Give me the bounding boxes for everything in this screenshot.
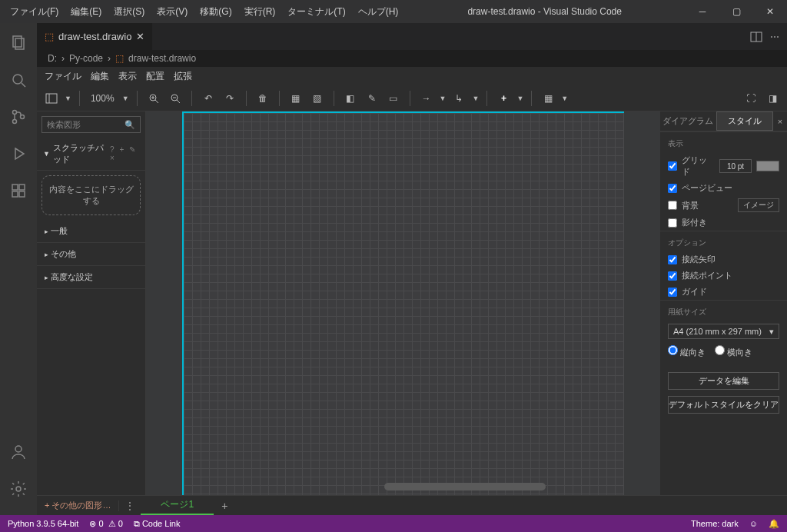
drawio-menu-view[interactable]: 表示 xyxy=(118,70,137,83)
breadcrumb-folder[interactable]: Py-code xyxy=(69,53,103,64)
drawing-canvas[interactable] xyxy=(182,111,624,495)
feedback-icon[interactable]: ☺ xyxy=(749,519,758,528)
waypoint-icon[interactable]: ↳ xyxy=(450,90,467,107)
connection-icon[interactable]: → xyxy=(418,90,435,107)
undo-icon[interactable]: ↶ xyxy=(200,90,217,107)
table-icon[interactable]: ▦ xyxy=(540,90,556,107)
insert-icon[interactable]: + xyxy=(495,90,512,107)
zoom-out-icon[interactable] xyxy=(167,90,184,107)
category-advanced[interactable]: ▸ 高度な設定 xyxy=(37,266,145,289)
tab-diagram[interactable]: ダイアグラム xyxy=(660,111,716,131)
status-problems[interactable]: ⊗ 0 ⚠ 0 xyxy=(89,519,122,529)
portrait-radio[interactable]: 縦向き xyxy=(668,345,706,358)
toggle-sidebar-icon[interactable] xyxy=(43,90,60,107)
scratchpad-dropzone[interactable]: 内容をここにドラッグする xyxy=(42,175,141,215)
scratchpad-label: スクラッチパッド xyxy=(53,142,107,165)
zoom-in-icon[interactable] xyxy=(145,90,162,107)
delete-icon[interactable]: 🗑 xyxy=(254,90,271,107)
guide-label: ガイド xyxy=(682,286,779,298)
drawio-menu-file[interactable]: ファイル xyxy=(45,70,81,83)
status-python[interactable]: Python 3.9.5 64-bit xyxy=(8,519,78,528)
drawio-menu-edit[interactable]: 編集 xyxy=(91,70,109,83)
paper-size-select[interactable]: A4 (210 mm x 297 mm)▾ xyxy=(668,324,779,339)
bell-icon[interactable]: 🔔 xyxy=(769,519,779,529)
guide-checkbox[interactable] xyxy=(668,288,677,297)
grid-color-swatch[interactable] xyxy=(756,161,779,171)
fullscreen-icon[interactable]: ⛶ xyxy=(742,90,759,107)
account-icon[interactable] xyxy=(0,437,37,467)
grid-size-input[interactable]: 10 pt xyxy=(719,159,752,173)
add-page-button[interactable]: + xyxy=(214,500,235,512)
pageview-checkbox[interactable] xyxy=(668,184,677,193)
conn-point-checkbox[interactable] xyxy=(668,271,677,281)
tab-style[interactable]: スタイル xyxy=(716,111,774,131)
page-menu-icon[interactable]: ⋮ xyxy=(118,500,141,511)
image-button[interactable]: イメージ xyxy=(738,198,779,212)
conn-arrow-checkbox[interactable] xyxy=(668,255,677,264)
grid-checkbox[interactable] xyxy=(668,161,677,171)
panel-close-icon[interactable]: × xyxy=(773,111,787,131)
format-panel-icon[interactable]: ◨ xyxy=(764,90,781,107)
svg-point-5 xyxy=(13,120,17,124)
landscape-radio[interactable]: 横向き xyxy=(715,345,752,358)
extensions-icon[interactable] xyxy=(0,175,37,206)
background-checkbox[interactable] xyxy=(668,201,677,210)
svg-rect-9 xyxy=(19,185,25,190)
explorer-icon[interactable] xyxy=(0,28,37,58)
line-color-icon[interactable]: ✎ xyxy=(364,90,380,107)
menu-file[interactable]: ファイル(F) xyxy=(5,2,64,22)
status-bar: Python 3.9.5 64-bit ⊗ 0 ⚠ 0 ⧉ Code Link … xyxy=(0,515,787,532)
search-placeholder: 検索図形 xyxy=(47,119,81,131)
more-shapes-button[interactable]: + その他の図形… xyxy=(37,500,118,511)
grid-label: グリッド xyxy=(682,155,715,178)
shape-search-input[interactable]: 検索図形 🔍 xyxy=(42,116,141,133)
menu-select[interactable]: 選択(S) xyxy=(108,2,150,22)
to-front-icon[interactable]: ▦ xyxy=(287,90,304,107)
search-icon[interactable] xyxy=(0,65,37,95)
page-tab-1[interactable]: ページ1 xyxy=(141,496,214,515)
menu-terminal[interactable]: ターミナル(T) xyxy=(282,2,350,22)
menu-run[interactable]: 実行(R) xyxy=(239,2,281,22)
reset-style-button[interactable]: デフォルトスタイルをクリア xyxy=(668,396,779,414)
category-other[interactable]: ▸ その他 xyxy=(37,243,145,266)
menu-edit[interactable]: 編集(E) xyxy=(65,2,107,22)
source-control-icon[interactable] xyxy=(0,101,37,132)
breadcrumb-file[interactable]: draw-test.drawio xyxy=(128,53,196,64)
svg-marker-7 xyxy=(15,148,24,159)
shadow-checkbox[interactable] xyxy=(668,218,677,228)
split-editor-icon[interactable] xyxy=(750,31,762,43)
more-actions-icon[interactable]: ⋯ xyxy=(770,32,779,42)
maximize-button[interactable]: ▢ xyxy=(719,0,753,23)
redo-icon[interactable]: ↷ xyxy=(221,90,238,107)
run-debug-icon[interactable] xyxy=(0,138,37,169)
status-theme[interactable]: Theme: dark xyxy=(691,519,739,528)
category-general[interactable]: ▸ 一般 xyxy=(37,220,145,243)
drawio-menu-extras[interactable]: 拡張 xyxy=(174,70,192,83)
fill-color-icon[interactable]: ◧ xyxy=(342,90,359,107)
drawio-file-icon: ⬚ xyxy=(115,53,124,64)
minimize-button[interactable]: ─ xyxy=(686,0,719,23)
activity-bar xyxy=(0,23,37,515)
edit-data-button[interactable]: データを編集 xyxy=(668,372,779,390)
shadow-icon[interactable]: ▭ xyxy=(385,90,402,107)
section-view-label: 表示 xyxy=(660,131,787,152)
zoom-value[interactable]: 100% xyxy=(88,93,118,104)
close-button[interactable]: ✕ xyxy=(753,0,787,23)
scratchpad-tools[interactable]: ? + ✎ × xyxy=(110,145,139,162)
scratchpad-header[interactable]: ▼スクラッチパッド ? + ✎ × xyxy=(37,138,145,171)
canvas-area[interactable] xyxy=(146,111,660,495)
breadcrumb-root[interactable]: D: xyxy=(48,53,57,64)
to-back-icon[interactable]: ▧ xyxy=(309,90,326,107)
settings-gear-icon[interactable] xyxy=(0,474,37,504)
horizontal-scrollbar[interactable] xyxy=(330,483,606,490)
menu-view[interactable]: 表示(V) xyxy=(151,2,193,22)
status-codelink[interactable]: ⧉ Code Link xyxy=(134,519,181,529)
menu-help[interactable]: ヘルプ(H) xyxy=(353,2,404,22)
tab-close-icon[interactable]: ✕ xyxy=(136,31,144,42)
conn-point-label: 接続ポイント xyxy=(682,270,779,281)
tab-draw-test[interactable]: ⬚ draw-test.drawio ✕ xyxy=(37,23,152,50)
tab-label: draw-test.drawio xyxy=(58,31,131,42)
breadcrumb[interactable]: D:› Py-code› ⬚ draw-test.drawio xyxy=(37,50,787,67)
drawio-menu-arrange[interactable]: 配置 xyxy=(146,70,164,83)
menu-go[interactable]: 移動(G) xyxy=(194,2,237,22)
